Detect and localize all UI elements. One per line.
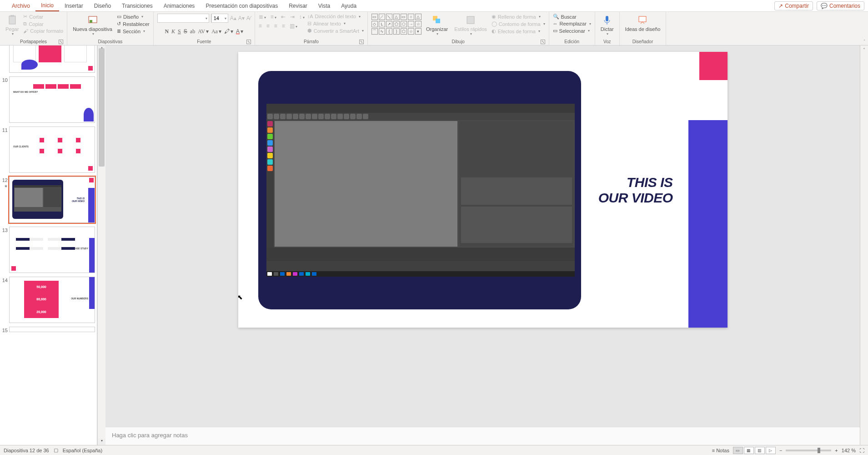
ideas-icon — [637, 15, 648, 25]
shape-effects-button[interactable]: ◐Efectos de forma▾ — [492, 28, 545, 34]
text-direction-button[interactable]: ↕ADirección del texto▾ — [307, 14, 364, 19]
slide-title[interactable]: THIS IS OUR VIDEO — [598, 175, 673, 206]
arrange-button[interactable]: Organizar▾ — [424, 14, 450, 37]
font-launcher[interactable]: ⤡ — [246, 40, 251, 44]
numbering-button[interactable]: ≡▾ — [271, 14, 276, 20]
quick-styles-button[interactable]: Estilos rápidos▾ — [452, 14, 489, 37]
normal-view-button[interactable]: ▭ — [733, 447, 743, 454]
share-button[interactable]: ↗Compartir — [774, 1, 813, 10]
tab-transitions[interactable]: Transiciones — [116, 1, 158, 11]
tab-design[interactable]: Diseño — [89, 1, 116, 11]
paste-button[interactable]: Pegar▾ — [4, 14, 20, 37]
thumb-number: 13 — [1, 227, 9, 233]
design-ideas-button[interactable]: Ideas de diseño — [623, 14, 662, 33]
canvas-area: THIS IS OUR VIDEO ⬉ Haga clic para agreg… — [105, 46, 860, 445]
tab-home[interactable]: Inicio — [35, 0, 59, 11]
case-button[interactable]: Aa▾ — [211, 28, 221, 35]
tab-file[interactable]: Archivo — [6, 1, 35, 11]
font-name-input[interactable] — [158, 14, 203, 22]
thumb-slide-12[interactable]: THIS ISOUR VIDEO — [9, 177, 95, 223]
video-placeholder[interactable] — [258, 71, 581, 309]
highlight-button[interactable]: 🖍▾ — [224, 28, 233, 35]
justify-button[interactable]: ≡ — [282, 23, 285, 29]
new-slide-button[interactable]: Nueva diapositiva▾ — [71, 14, 114, 37]
right-collapse-pane[interactable]: ˄ — [860, 46, 868, 445]
tab-animations[interactable]: Animaciones — [158, 1, 201, 11]
copy-button[interactable]: ⧉Copiar — [23, 21, 63, 27]
bold-button[interactable]: N — [165, 28, 169, 35]
shapes-gallery[interactable]: ▭／＼△▭○△ ◇L↗⬠⬡→☆ ⌒∿{}⬠☆▾ — [371, 14, 421, 35]
zoom-in-button[interactable]: + — [835, 448, 838, 453]
smartart-button[interactable]: ⬢Convertir a SmartArt▾ — [307, 28, 364, 34]
tab-review[interactable]: Revisar — [283, 1, 313, 11]
slide-thumbnails-panel[interactable]: 9 10 WHAT DO WE OFFER? — [0, 46, 97, 445]
zoom-slider[interactable] — [786, 450, 831, 451]
clipboard-launcher[interactable]: ⤡ — [59, 40, 63, 44]
fit-to-window-button[interactable]: ⛶ — [859, 448, 864, 453]
thumb-slide-10[interactable]: WHAT DO WE OFFER? — [9, 76, 95, 123]
comments-button[interactable]: 💬Comentarios — [817, 1, 864, 10]
notes-pane[interactable]: Haga clic para agregar notas — [105, 427, 860, 445]
tab-help[interactable]: Ayuda — [336, 1, 362, 11]
strike-button[interactable]: S — [184, 28, 187, 35]
grow-font-icon[interactable]: A▴ — [230, 15, 236, 21]
tab-view[interactable]: Vista — [313, 1, 336, 11]
italic-button[interactable]: K — [171, 28, 175, 35]
underline-button[interactable]: S — [178, 28, 181, 35]
notes-toggle[interactable]: ≡ Notas — [712, 448, 729, 453]
layout-button[interactable]: ▭Diseño▾ — [117, 14, 150, 20]
line-spacing-button[interactable]: ↕▾ — [299, 14, 305, 20]
section-button[interactable]: ≣Sección▾ — [117, 28, 150, 34]
font-size-input[interactable] — [211, 14, 222, 22]
zoom-slider-thumb[interactable] — [818, 448, 820, 453]
font-color-button[interactable]: A▾ — [236, 28, 243, 35]
find-button[interactable]: 🔍Buscar — [553, 14, 591, 20]
align-right-button[interactable]: ≡ — [274, 23, 277, 29]
drawing-launcher[interactable]: ⤡ — [541, 40, 545, 44]
align-text-button[interactable]: ⊟Alinear texto▾ — [307, 20, 364, 26]
thumb-slide-14[interactable]: 50,000 80,000 20,000 OUR NUMBERS — [9, 277, 95, 323]
slide-canvas[interactable]: THIS IS OUR VIDEO ⬉ — [105, 46, 860, 427]
paragraph-launcher[interactable]: ⤡ — [359, 40, 364, 44]
spacing-button[interactable]: AV▾ — [198, 28, 209, 35]
replace-button[interactable]: ↔Reemplazar▾ — [553, 21, 591, 26]
svg-rect-5 — [436, 19, 440, 23]
align-left-button[interactable]: ≡ — [259, 23, 262, 29]
zoom-level[interactable]: 142 % — [842, 448, 856, 453]
sorter-view-button[interactable]: ▦ — [744, 447, 754, 454]
thumb-slide-15[interactable] — [9, 327, 95, 332]
columns-button[interactable]: ▥▾ — [290, 23, 297, 29]
shape-fill-button[interactable]: ◉Relleno de forma▾ — [492, 14, 545, 20]
format-painter-button[interactable]: 🖌Copiar formato — [23, 28, 63, 34]
thumb-slide-9[interactable] — [9, 46, 95, 73]
zoom-out-button[interactable]: − — [779, 448, 782, 453]
accessibility-icon[interactable]: ▢ — [54, 447, 58, 453]
thumbs-scrollbar[interactable]: ▴ ▾ — [97, 46, 105, 445]
dictate-button[interactable]: Dictar▾ — [599, 14, 616, 37]
shrink-font-icon[interactable]: A▾ — [238, 15, 245, 21]
thumb-slide-13[interactable]: CASE STUDY — [9, 227, 95, 273]
status-language[interactable]: Español (España) — [63, 448, 102, 453]
reading-view-button[interactable]: ▥ — [755, 447, 765, 454]
shadow-button[interactable]: ab — [190, 28, 195, 35]
font-name-box[interactable]: ▾ — [157, 14, 209, 23]
thumb-slide-11[interactable]: OUR CLIENTS — [9, 126, 95, 173]
select-button[interactable]: ▭Seleccionar▾ — [553, 28, 591, 34]
scrollbar-thumb[interactable] — [99, 48, 105, 167]
tab-slideshow[interactable]: Presentación con diapositivas — [200, 1, 283, 11]
scroll-down-icon[interactable]: ▾ — [98, 439, 105, 445]
tab-insert[interactable]: Insertar — [59, 1, 89, 11]
align-center-button[interactable]: ≡ — [266, 23, 270, 29]
font-size-box[interactable]: ▾ — [211, 14, 228, 23]
clear-format-icon[interactable]: A⁄ — [246, 15, 251, 21]
cut-button[interactable]: ✂Cortar — [23, 14, 63, 20]
indent-button[interactable]: ⇥ — [290, 14, 295, 20]
shape-outline-button[interactable]: ◯Contorno de forma▾ — [492, 21, 545, 27]
slide-12[interactable]: THIS IS OUR VIDEO — [238, 52, 728, 328]
collapse-ribbon-icon[interactable]: ˄ — [863, 39, 865, 43]
slideshow-view-button[interactable]: ▷ — [766, 447, 776, 454]
bullets-button[interactable]: ≣▾ — [259, 14, 266, 20]
outdent-button[interactable]: ⇤ — [281, 14, 286, 20]
shapes-more-icon[interactable]: ▾ — [415, 28, 421, 35]
reset-button[interactable]: ↺Restablecer — [117, 21, 150, 27]
